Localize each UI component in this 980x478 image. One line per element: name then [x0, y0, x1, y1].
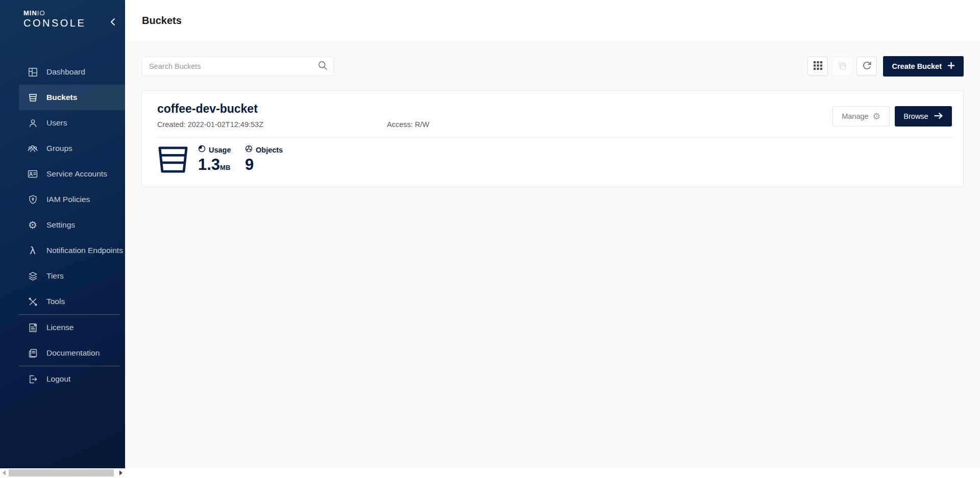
- search-input[interactable]: [148, 62, 317, 71]
- sidebar-item-label: Settings: [46, 220, 75, 230]
- sidebar-item-label: Users: [46, 118, 67, 128]
- bucket-access: Access: R/W: [387, 119, 429, 130]
- brand-light: IO: [37, 9, 45, 17]
- objects-number: 9: [245, 156, 254, 173]
- service-accounts-icon: [27, 168, 38, 180]
- bucket-card: coffee-dev-bucket Created: 2022-01-02T12…: [141, 90, 964, 187]
- bucket-stats-row: Usage 1.3MB Objects 9: [157, 145, 952, 177]
- usage-unit: MB: [220, 164, 230, 171]
- bucket-list-icon: [837, 60, 848, 73]
- refresh-button[interactable]: [856, 57, 877, 76]
- sidebar-item-settings[interactable]: ⚙Settings: [19, 212, 125, 238]
- license-icon: [27, 322, 38, 333]
- sidebar-item-label: License: [46, 323, 74, 332]
- search-box: [141, 57, 334, 76]
- gear-icon: ⚙: [873, 112, 880, 121]
- objects-label: Objects: [256, 145, 283, 155]
- sidebar-item-buckets[interactable]: Buckets: [19, 85, 125, 110]
- main-area: Buckets: [125, 0, 980, 468]
- objects-value: 9: [245, 156, 284, 173]
- usage-value: 1.3MB: [198, 156, 237, 177]
- toolbar-actions: Create Bucket: [807, 56, 964, 77]
- created-value: 2022-01-02T12:49:53Z: [188, 120, 263, 129]
- sidebar-item-dashboard[interactable]: Dashboard: [19, 59, 125, 85]
- sidebar-item-label: IAM Policies: [46, 195, 90, 204]
- minio-console-app: MINIO CONSOLE DashboardBucketsUsersGroup…: [0, 0, 980, 478]
- sidebar-item-documentation[interactable]: Documentation: [19, 340, 125, 366]
- collapse-sidebar-button[interactable]: [107, 17, 117, 28]
- sidebar-item-label: Buckets: [46, 93, 77, 102]
- objects-stat: Objects 9: [245, 145, 284, 173]
- sidebar-item-iam-policies[interactable]: IAM Policies: [19, 187, 125, 212]
- arrow-right-icon: [934, 112, 943, 121]
- grid-view-icon: [813, 60, 823, 72]
- scroll-right-arrow-icon[interactable]: [119, 470, 122, 475]
- refresh-icon: [862, 60, 872, 72]
- iam-policies-icon: [27, 194, 38, 205]
- grid-view-button[interactable]: [807, 57, 828, 76]
- sidebar-item-label: Documentation: [46, 348, 100, 358]
- scroll-left-arrow-icon[interactable]: [3, 470, 6, 475]
- sidebar-item-license[interactable]: License: [19, 315, 125, 340]
- created-label: Created:: [157, 120, 186, 129]
- sidebar: MINIO CONSOLE DashboardBucketsUsersGroup…: [0, 0, 125, 468]
- usage-number: 1.3: [198, 156, 220, 173]
- manage-button[interactable]: Manage ⚙: [832, 106, 890, 127]
- card-divider: [157, 137, 952, 138]
- sidebar-item-label: Notification Endpoints: [46, 246, 123, 255]
- page-title: Buckets: [142, 15, 182, 27]
- sidebar-item-label: Tiers: [46, 271, 64, 281]
- bucket-icon: [157, 145, 189, 177]
- users-icon: [27, 117, 38, 129]
- create-bucket-button[interactable]: Create Bucket: [883, 56, 964, 77]
- plus-icon: [947, 62, 955, 71]
- sidebar-item-logout[interactable]: Logout: [19, 366, 125, 392]
- sidebar-item-tiers[interactable]: Tiers: [19, 263, 125, 289]
- sidebar-item-notification-endpoints[interactable]: λNotification Endpoints: [19, 238, 125, 263]
- documentation-icon: [27, 347, 38, 359]
- buckets-icon: [27, 92, 38, 103]
- scrollbar-thumb[interactable]: [9, 469, 114, 476]
- browse-label: Browse: [903, 112, 928, 120]
- sidebar-item-tools[interactable]: Tools: [19, 289, 125, 314]
- objects-icon: [245, 145, 253, 155]
- chevron-left-icon: [110, 18, 115, 28]
- brand-wordmark: MINIO: [23, 9, 125, 17]
- bucket-created: Created: 2022-01-02T12:49:53Z: [157, 119, 387, 130]
- settings-gear-icon: ⚙: [27, 219, 38, 231]
- sidebar-item-users[interactable]: Users: [19, 110, 125, 136]
- sidebar-item-label: Service Accounts: [46, 169, 107, 179]
- access-label: Access:: [387, 120, 413, 129]
- list-view-button[interactable]: [832, 57, 852, 76]
- search-icon: [317, 60, 328, 72]
- bucket-card-buttons: Manage ⚙ Browse: [832, 106, 952, 127]
- objects-stat-label: Objects: [245, 145, 284, 155]
- app-logo: MINIO CONSOLE: [0, 0, 125, 30]
- sidebar-item-label: Groups: [46, 144, 72, 153]
- horizontal-scrollbar: [0, 468, 980, 478]
- sidebar-item-groups[interactable]: Groups: [19, 136, 125, 161]
- sidebar-item-label: Dashboard: [46, 67, 85, 77]
- browse-button[interactable]: Browse: [895, 106, 952, 127]
- logout-icon: [27, 373, 38, 385]
- toolbar-row: Create Bucket: [141, 56, 964, 77]
- tiers-layers-icon: [27, 270, 38, 282]
- sidebar-menu: DashboardBucketsUsersGroupsService Accou…: [0, 59, 125, 392]
- lambda-icon: λ: [27, 245, 38, 256]
- access-value: R/W: [415, 120, 429, 129]
- pie-chart-icon: [198, 145, 206, 155]
- tools-icon: [27, 296, 38, 307]
- usage-label: Usage: [209, 145, 231, 155]
- sidebar-item-label: Logout: [46, 374, 70, 384]
- create-bucket-label: Create Bucket: [892, 62, 942, 70]
- sidebar-item-service-accounts[interactable]: Service Accounts: [19, 161, 125, 187]
- usage-stat: Usage 1.3MB: [198, 145, 237, 177]
- content-area: Create Bucket coffee-dev-bucket Created:…: [125, 41, 980, 468]
- usage-stat-label: Usage: [198, 145, 237, 155]
- brand-bold: MIN: [23, 9, 37, 17]
- sidebar-horizontal-scrollbar: [0, 468, 125, 478]
- page-header: Buckets: [125, 0, 980, 41]
- groups-icon: [27, 143, 38, 154]
- dashboard-icon: [27, 66, 38, 78]
- manage-label: Manage: [842, 112, 868, 120]
